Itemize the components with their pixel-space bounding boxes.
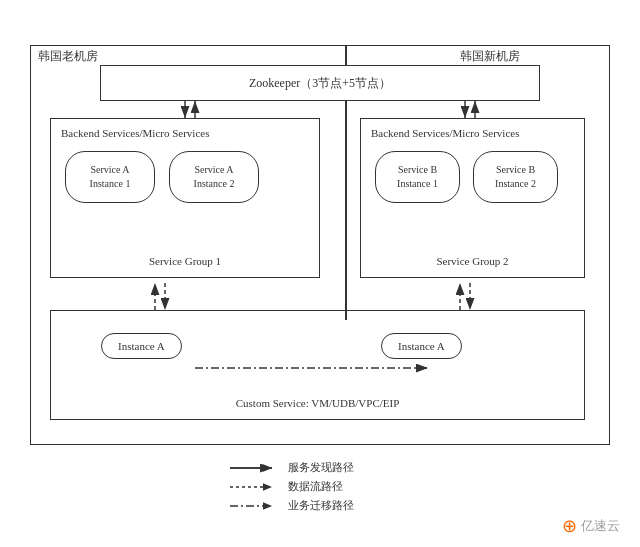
backend-services-left-label: Backend Services/Micro Services <box>61 127 209 139</box>
service-group-2-label: Service Group 2 <box>361 255 584 267</box>
legend-item-2: 数据流路径 <box>230 479 354 494</box>
label-new-room: 韩国新机房 <box>460 48 520 65</box>
diagram: 韩国老机房 韩国新机房 Zookeeper（3节点+5节点） Backend S… <box>0 0 640 547</box>
service-group-right: Backend Services/Micro Services Service … <box>360 118 585 278</box>
backend-services-right-label: Backend Services/Micro Services <box>371 127 519 139</box>
service-group-left: Backend Services/Micro Services Service … <box>50 118 320 278</box>
label-old-room: 韩国老机房 <box>38 48 98 65</box>
custom-service-box: Instance A Instance A Custom Service: VM… <box>50 310 585 420</box>
pill-service-b-2: Service B Instance 2 <box>473 151 558 203</box>
legend-line-dashdot <box>230 500 280 512</box>
instance-a-left: Instance A <box>101 333 182 359</box>
pill-service-a-2: Service A Instance 2 <box>169 151 259 203</box>
zookeeper-box: Zookeeper（3节点+5节点） <box>100 65 540 101</box>
legend-line-solid <box>230 462 280 474</box>
watermark: ⊕ 亿速云 <box>562 515 620 537</box>
legend: 服务发现路径 数据流路径 业务迁 <box>230 460 354 517</box>
service-group-1-label: Service Group 1 <box>51 255 319 267</box>
legend-item-3: 业务迁移路径 <box>230 498 354 513</box>
custom-service-label: Custom Service: VM/UDB/VPC/EIP <box>51 397 584 409</box>
pill-service-b-1: Service B Instance 1 <box>375 151 460 203</box>
legend-line-dotted <box>230 481 280 493</box>
instance-a-right: Instance A <box>381 333 462 359</box>
pill-service-a-1: Service A Instance 1 <box>65 151 155 203</box>
legend-item-1: 服务发现路径 <box>230 460 354 475</box>
